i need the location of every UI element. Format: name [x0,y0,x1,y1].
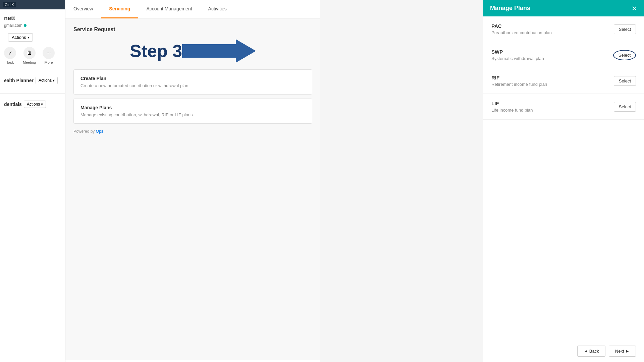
pac-info: PAC Preauthorized contribution plan [491,23,552,35]
create-plan-card[interactable]: Create Plan Create a new automated contr… [73,69,312,95]
next-button[interactable]: Next ► [609,346,636,357]
tab-servicing[interactable]: Servicing [101,0,138,18]
create-plan-title: Create Plan [80,76,305,81]
swp-code: SWP [491,49,544,55]
tab-activities[interactable]: Activities [200,0,235,18]
health-planner-actions: ealth Planner Actions ▾ [4,77,61,84]
step3-arrow-icon [182,39,256,63]
pac-select-button[interactable]: Select [614,24,636,34]
panel-footer: ◄ Back Next ► [483,340,644,362]
contact-info: nett gmail.com [0,9,65,31]
sidebar-top-bar: Ctrl K [0,0,65,9]
task-label: Task [6,60,14,64]
tab-overview[interactable]: Overview [65,0,101,18]
plan-item-rif: RIF Retirement income fund plan Select [483,68,644,94]
lif-select-button[interactable]: Select [614,102,636,112]
section-title: Service Request [73,26,312,33]
credentials-chevron-icon: ▾ [41,102,43,107]
contact-name: nett [4,15,61,22]
step3-banner: Step 3 [73,39,312,63]
credentials-actions: dentials Actions ▾ [4,101,61,108]
meeting-icon-item[interactable]: 🗓 Meeting [23,47,36,64]
powered-by: Powered by Ops [73,129,312,134]
rif-desc: Retirement income fund plan [491,82,547,87]
tabs-bar: Overview Servicing Account Management Ac… [65,0,320,18]
main-body: Service Request Step 3 Create Plan Creat… [65,18,320,360]
panel-close-button[interactable]: ✕ [632,5,637,12]
panel-header: Manage Plans ✕ [483,0,644,16]
create-plan-desc: Create a new automated contribution or w… [80,83,305,88]
health-planner-section: ealth Planner Actions ▾ [0,73,65,91]
back-button[interactable]: ◄ Back [577,346,605,357]
rif-info: RIF Retirement income fund plan [491,75,547,87]
main-content: Overview Servicing Account Management Ac… [65,0,320,362]
plan-item-swp: SWP Systematic withdrawal plan Select [483,42,644,68]
health-planner-chevron-icon: ▾ [53,78,55,83]
health-planner-actions-button[interactable]: Actions ▾ [36,77,58,84]
manage-plans-title: Manage Plans [80,105,305,110]
sidebar-divider-1 [0,70,65,70]
panel-body: PAC Preauthorized contribution plan Sele… [483,16,644,340]
more-icon: ··· [43,47,55,59]
actions-chevron-icon: ▾ [28,36,29,39]
sidebar-divider-2 [0,94,65,94]
ctrl-k-label: Ctrl K [3,2,16,7]
swp-info: SWP Systematic withdrawal plan [491,49,544,61]
panel-title: Manage Plans [490,5,530,12]
manage-plans-desc: Manage existing contribution, withdrawal… [80,112,305,117]
lif-code: LIF [491,101,533,106]
plan-item-lif: LIF Life income fund plan Select [483,94,644,120]
meeting-label: Meeting [23,60,36,64]
rif-select-button[interactable]: Select [614,76,636,86]
more-label: More [45,60,53,64]
credentials-actions-button[interactable]: Actions ▾ [24,101,46,108]
lif-info: LIF Life income fund plan [491,101,533,113]
more-icon-item[interactable]: ··· More [43,47,55,64]
ops-link[interactable]: Ops [96,129,103,134]
manage-plans-card[interactable]: Manage Plans Manage existing contributio… [73,99,312,124]
contact-email: gmail.com [4,23,61,28]
task-icon: ✓ [4,47,16,59]
credentials-section: dentials Actions ▾ [0,97,65,115]
swp-desc: Systematic withdrawal plan [491,56,544,61]
task-icon-item[interactable]: ✓ Task [4,47,16,64]
tab-account-management[interactable]: Account Management [138,0,200,18]
health-planner-title: ealth Planner [4,78,34,83]
actions-button[interactable]: Actions ▾ [8,33,33,42]
lif-desc: Life income fund plan [491,108,533,113]
svg-marker-0 [182,39,256,63]
step3-text: Step 3 [130,41,182,61]
pac-desc: Preauthorized contribution plan [491,30,552,35]
manage-plans-panel: Manage Plans ✕ PAC Preauthorized contrib… [483,0,644,362]
email-status-dot [24,24,26,27]
sidebar-quick-actions: ✓ Task 🗓 Meeting ··· More [0,44,65,67]
plan-item-pac: PAC Preauthorized contribution plan Sele… [483,16,644,42]
rif-code: RIF [491,75,547,80]
sidebar: Ctrl K nett gmail.com Actions ▾ ✓ Task 🗓… [0,0,65,362]
pac-code: PAC [491,23,552,29]
credentials-title: dentials [4,102,22,107]
swp-select-button[interactable]: Select [613,50,636,60]
meeting-icon: 🗓 [23,47,36,59]
